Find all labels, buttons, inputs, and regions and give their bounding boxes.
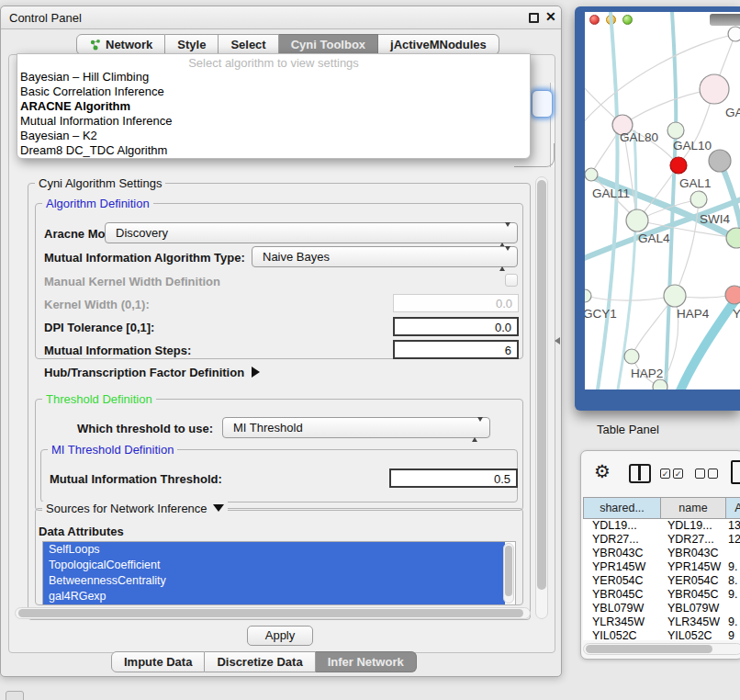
column-header[interactable]: A [726, 497, 740, 519]
table-row[interactable]: YBR045C YBR045C 9. [583, 588, 740, 602]
tab-label: Infer Network [328, 652, 404, 672]
tab-select[interactable]: Select [219, 34, 278, 55]
cell: YER054C [667, 574, 719, 587]
float-window-icon[interactable] [529, 13, 539, 23]
node-hap2[interactable] [624, 349, 639, 364]
manual-kernel-checkbox[interactable] [505, 274, 518, 287]
node-hap4[interactable] [664, 285, 686, 307]
dropdown-item[interactable]: Bayesian – Hill Climbing [20, 70, 529, 85]
cell: YDR27... [667, 533, 714, 546]
cell: 8. [728, 574, 737, 587]
list-item[interactable]: TopologicalCoefficient [43, 558, 505, 573]
cell: YLR345W [667, 615, 720, 628]
apply-button[interactable]: Apply [247, 626, 313, 646]
dropdown-item[interactable]: Dream8 DC_TDC Algorithm [20, 143, 529, 158]
node-gal7[interactable] [700, 74, 729, 104]
node-gal1[interactable] [690, 191, 707, 208]
cell: YPR145W [667, 560, 721, 573]
node-salmon[interactable] [725, 286, 740, 304]
new-table-icon[interactable] [731, 460, 740, 484]
settings-vertical-scrollbar[interactable] [535, 176, 548, 619]
select-all-columns-icon[interactable]: ✓ [660, 469, 670, 479]
dropdown-item[interactable]: Basic Correlation Inference [20, 85, 529, 99]
mi-steps-field[interactable]: 6 [393, 340, 519, 359]
table-row[interactable]: YBR043C YBR043C [583, 547, 740, 560]
table-row[interactable]: YIL052C YIL052C 9 [583, 629, 740, 640]
bottom-tab-strip: Impute Data Discretize Data Infer Networ… [111, 651, 417, 672]
kernel-width-field[interactable]: 0.0 [393, 294, 519, 312]
column-header-name[interactable]: name [661, 497, 726, 519]
dropdown-item-highlighted[interactable]: ARACNE Algorithm [20, 99, 529, 114]
column-header-shared-name[interactable]: shared... [583, 497, 661, 519]
expanded-arrow-icon [213, 504, 224, 512]
cell: YDR27... [592, 533, 639, 546]
column-layout-icon[interactable] [629, 464, 651, 483]
tab-jactivemnodules[interactable]: jActiveMNodules [378, 34, 499, 55]
node-gal4[interactable] [626, 209, 648, 231]
table-row[interactable]: YER054C YER054C 8. [583, 574, 740, 588]
dropdown-item[interactable]: Bayesian – K2 [20, 129, 529, 143]
node-gal10[interactable] [667, 122, 684, 139]
network-canvas[interactable]: GAL7 GAL80 GAL10 GAL11 GAL1 SWI4 GAL4 GC… [585, 12, 740, 390]
select-all-columns-icon[interactable]: ✓ [673, 469, 683, 479]
aracne-mode-combo[interactable]: Discovery [105, 222, 518, 243]
table-row[interactable]: YPR145W YPR145W 9. [583, 560, 740, 574]
screen: Control Panel ✕ Network Style Select Cyn… [0, 0, 740, 700]
scrollbar-thumb[interactable] [537, 180, 546, 590]
attributes-scrollbar[interactable] [503, 543, 514, 604]
cell: 9. [728, 588, 737, 601]
sources-title[interactable]: Sources for Network Inference [42, 502, 228, 515]
list-item[interactable]: BetweennessCentrality [43, 573, 505, 589]
data-attributes-list[interactable]: SelfLoops TopologicalCoefficient Between… [42, 541, 516, 605]
deselect-all-columns-icon[interactable] [708, 469, 718, 479]
tab-impute-data[interactable]: Impute Data [111, 651, 205, 672]
mi-type-combo[interactable]: Naive Bayes [252, 246, 518, 267]
close-icon[interactable]: ✕ [545, 9, 556, 24]
node-red-selected[interactable] [670, 157, 687, 174]
dpi-tolerance-field[interactable]: 0.0 [393, 317, 519, 336]
scrollbar-thumb[interactable] [505, 546, 512, 596]
scrollbar-thumb[interactable] [586, 645, 712, 653]
table-body: YDL19... YDL19... 13 YDR27... YDR27... 1… [583, 519, 740, 640]
tab-cyni-toolbox[interactable]: Cyni Toolbox [279, 34, 378, 55]
table-row[interactable]: YBL079W YBL079W [583, 602, 740, 615]
node-gal11[interactable] [585, 168, 598, 181]
tab-style[interactable]: Style [165, 34, 219, 55]
deselect-all-columns-icon[interactable] [695, 469, 705, 479]
tab-label: Network [106, 35, 152, 54]
cyni-algorithm-settings-title: Cyni Algorithm Settings [35, 176, 165, 190]
node[interactable] [728, 27, 740, 41]
node-gcy1[interactable] [585, 289, 591, 302]
settings-horizontal-scrollbar[interactable] [15, 607, 531, 619]
node-label: GAL7 [725, 106, 740, 119]
cell: 12 [728, 533, 740, 546]
node-gray[interactable] [709, 150, 731, 172]
tab-discretize-data[interactable]: Discretize Data [205, 651, 315, 672]
node[interactable] [653, 379, 667, 390]
tab-infer-network[interactable]: Infer Network [316, 651, 417, 672]
scrollbar-thumb[interactable] [18, 609, 523, 617]
gear-icon[interactable]: ⚙ [594, 460, 611, 482]
kernel-width-label: Kernel Width (0,1): [44, 298, 150, 311]
panel-splitter-handle[interactable] [555, 337, 560, 344]
minimized-panel-button[interactable] [6, 691, 24, 700]
which-threshold-combo[interactable]: MI Threshold [222, 417, 490, 438]
hub-definition-toggle[interactable]: Hub/Transcription Factor Definition [44, 366, 260, 379]
table-horizontal-scrollbar[interactable] [583, 643, 740, 655]
list-item[interactable]: gal4RGexp [43, 589, 505, 604]
hub-definition-label: Hub/Transcription Factor Definition [44, 366, 244, 379]
dropdown-item[interactable]: Mutual Information Inference [20, 114, 529, 129]
sources-title-label: Sources for Network Inference [46, 502, 207, 515]
cell: YBR043C [667, 547, 719, 559]
tab-network[interactable]: Network [76, 34, 165, 55]
cell: YBR045C [667, 588, 719, 601]
table-row[interactable]: YLR345W YLR345W 9. [583, 615, 740, 629]
mi-threshold-field[interactable]: 0.5 [389, 469, 518, 488]
node-label: GAL80 [620, 130, 658, 144]
list-item[interactable]: SelfLoops [43, 542, 505, 558]
tab-label: jActiveMNodules [390, 35, 487, 54]
table-row[interactable]: YDL19... YDL19... 13 [583, 519, 740, 533]
node-label: GAL4 [638, 231, 670, 245]
algorithm-dropdown-popup: Select algorithm to view settings Bayesi… [17, 53, 531, 159]
table-row[interactable]: YDR27... YDR27... 12 [583, 533, 740, 547]
